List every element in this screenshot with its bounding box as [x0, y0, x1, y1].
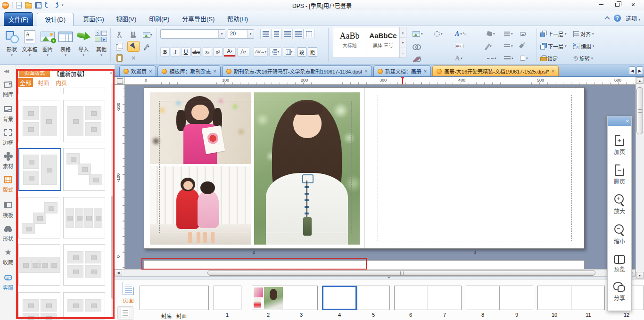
vertical-scrollbar-thumb[interactable] — [636, 87, 643, 134]
char-color-button[interactable]: A▾ — [237, 47, 249, 57]
page-view-button[interactable]: 页面 — [118, 282, 138, 305]
doc-tab-new-album[interactable]: 新建文档：画册× — [373, 66, 431, 76]
page-thumb-2[interactable] — [252, 286, 285, 310]
doc-tab-magazine[interactable]: 期刊杂志-大16开骑马钉-文学杂志期刊190617-1134.dpsf× — [222, 66, 372, 76]
template-thumb[interactable] — [18, 292, 60, 320]
delete-page-button[interactable]: −删页 — [614, 164, 625, 185]
help-icon[interactable]: ? — [614, 15, 621, 22]
shape-style-button[interactable]: ▾ — [519, 53, 537, 64]
styles-scrollbar[interactable]: ▲▼▿ — [399, 27, 406, 58]
columns-button[interactable]: ▾ — [283, 47, 295, 57]
template-thumb[interactable] — [63, 292, 105, 320]
template-thumb[interactable] — [18, 197, 60, 238]
draw-tool-button[interactable]: ▾ — [141, 41, 154, 52]
bring-forward-button[interactable]: 上一层▾ — [540, 28, 567, 39]
page-thumb-4-selected[interactable] — [322, 286, 357, 310]
paragraph-button[interactable]: 段 — [297, 47, 306, 57]
font-name-combo[interactable]: ▾ — [160, 29, 225, 39]
add-page-button[interactable]: +加页 — [614, 135, 625, 156]
close-tab-icon[interactable]: × — [149, 68, 152, 74]
share-button[interactable]: 分享 — [613, 282, 626, 302]
page-thumb-6-7[interactable] — [394, 286, 462, 310]
line-spacing-button[interactable]: ↕▾ — [269, 47, 281, 57]
import-button[interactable]: 导入▾ — [74, 27, 92, 57]
close-tab-icon[interactable]: × — [364, 68, 367, 74]
align-right-button[interactable] — [282, 29, 293, 39]
picture-tool-button[interactable]: ▾ — [141, 29, 154, 40]
file-menu-button[interactable]: 文件(F) — [4, 12, 33, 26]
horizontal-scrollbar[interactable]: ◀ ▶ — [115, 269, 636, 277]
page-thumb-8-9[interactable] — [466, 286, 533, 310]
sidebar-item-template[interactable]: 模板 — [0, 200, 16, 219]
text-shadow-button[interactable]: A▾ — [454, 53, 472, 64]
doc-tab-album-active[interactable]: 画册-大16开硬壳精装-文档190617-1525.dpsf*× — [432, 66, 559, 76]
page-thumb-10[interactable] — [538, 286, 571, 310]
template-thumb[interactable] — [63, 148, 105, 191]
panel-tab-page-layout[interactable]: 页面版式 — [19, 69, 50, 77]
tab-design[interactable]: 设计(D) — [37, 13, 74, 26]
lock-button[interactable]: 锁定 — [540, 53, 558, 64]
image-fill-button[interactable]: ▾ — [411, 28, 430, 39]
page-thumb-2-3[interactable] — [252, 286, 318, 310]
options-button[interactable]: 选项 ▾ — [626, 14, 640, 22]
bold-button[interactable]: B — [160, 47, 170, 57]
insert-shape-button[interactable]: 形状▾ — [3, 27, 21, 57]
reload-link[interactable]: 【重新加载】 — [54, 70, 88, 78]
zoom-out-button[interactable]: −缩小 — [614, 224, 625, 245]
panel-scrollbar-thumb[interactable] — [111, 196, 114, 299]
sidebar-item-layout[interactable]: 版式 — [0, 174, 16, 193]
close-panel-icon[interactable]: × — [626, 118, 629, 124]
spellcheck-button[interactable]: ABC — [454, 41, 472, 51]
sidebar-item-material[interactable]: 素材 — [0, 151, 16, 170]
template-thumb[interactable] — [18, 100, 60, 142]
fill-color-button[interactable]: ▾ — [486, 28, 504, 39]
style-item-title[interactable]: AaBb 大标题 — [333, 27, 366, 52]
insert-other-button[interactable]: 5▶ 其他▾ — [92, 27, 110, 57]
doc-tab-welcome[interactable]: 欢迎页× — [119, 66, 156, 76]
effects-button[interactable]: ▾ — [433, 28, 452, 39]
align-justify-button[interactable] — [293, 29, 304, 39]
panel-scroll-up-icon[interactable]: ▲ — [109, 71, 113, 74]
tab-scroll-right-button[interactable]: ▶ — [636, 66, 643, 75]
pan-button[interactable] — [127, 29, 140, 40]
horizontal-scrollbar-thumb[interactable] — [207, 270, 595, 276]
cut-button[interactable] — [113, 29, 125, 40]
insert-textbox-button[interactable]: 文本框▾ — [21, 27, 39, 57]
rotate-button[interactable]: 旋转▾ — [573, 53, 593, 64]
page-thumb-cover[interactable] — [140, 286, 209, 310]
page-thumb-10-11[interactable] — [537, 286, 605, 310]
unlink-button[interactable] — [411, 53, 430, 64]
underline-button[interactable]: U — [181, 47, 190, 57]
template-thumb[interactable] — [63, 88, 105, 94]
filter-all[interactable]: 全部 — [18, 78, 33, 87]
select-tool-button[interactable] — [127, 41, 140, 52]
template-thumb[interactable] — [63, 244, 105, 286]
font-color-button[interactable]: A▾ — [223, 47, 236, 57]
collapse-panel-icon[interactable]: ◀◀ — [4, 69, 8, 74]
template-thumb[interactable] — [18, 88, 60, 94]
sidebar-item-shape[interactable]: 形状 — [0, 223, 16, 242]
sidebar-item-favorites[interactable]: ★收藏 — [0, 247, 16, 266]
align-objects-button[interactable]: 对齐▾ — [573, 28, 594, 39]
scroll-up-arrow[interactable]: ▲ — [636, 77, 644, 84]
strikethrough-button[interactable]: abc — [191, 47, 201, 57]
page-thumb-8[interactable] — [466, 286, 500, 310]
panel-scrollbar[interactable] — [111, 83, 114, 318]
style-item-partial[interactable]: AaBb — [333, 52, 366, 58]
callout-button[interactable] — [519, 28, 537, 39]
tab-view[interactable]: 视图(V) — [112, 13, 140, 26]
template-thumb[interactable] — [18, 244, 60, 286]
page-thumb-1[interactable] — [214, 286, 241, 310]
paste-button[interactable] — [113, 52, 125, 63]
italic-button[interactable]: I — [171, 47, 180, 57]
vertical-scrollbar[interactable]: ▲ ▼ — [636, 77, 644, 279]
sidebar-item-border[interactable]: 边框 — [0, 127, 16, 146]
char-spacing-button[interactable]: AV↔▾ — [254, 47, 268, 57]
template-thumb-selected[interactable] — [18, 148, 61, 191]
filter-inner[interactable]: 内页 — [54, 78, 69, 87]
scroll-left-arrow[interactable]: ◀ — [115, 270, 122, 276]
style-item-heiti[interactable]: AaBbCc 黑体 三号 — [366, 27, 400, 52]
tab-scroll-left-button[interactable]: ◀ — [629, 66, 636, 75]
sidebar-item-gallery[interactable]: 图库 — [0, 79, 16, 98]
close-button[interactable]: × — [625, 0, 641, 9]
